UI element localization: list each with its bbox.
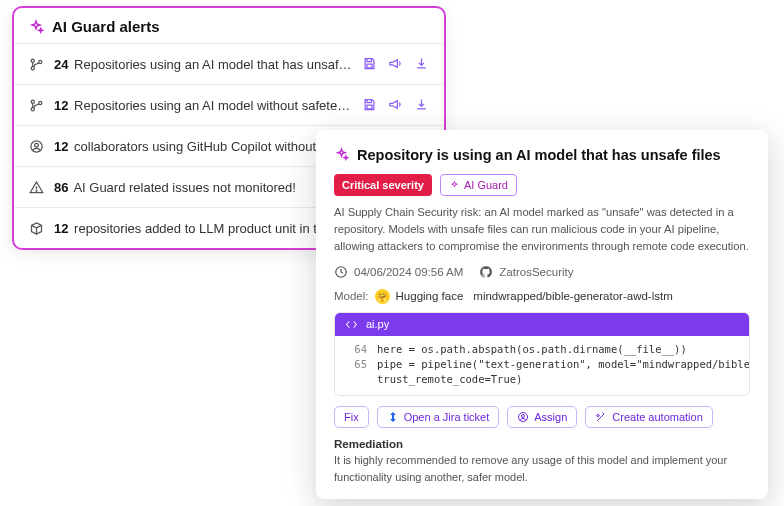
model-id: mindwrapped/bible-generator-awd-lstm bbox=[473, 290, 672, 302]
save-icon[interactable] bbox=[362, 56, 378, 72]
announce-icon[interactable] bbox=[388, 97, 404, 113]
branch-icon bbox=[28, 97, 44, 113]
model-row: Model: 🤗 Hugging face mindwrapped/bible-… bbox=[334, 289, 750, 304]
model-provider: Hugging face bbox=[396, 290, 464, 302]
detail-meta: 04/06/2024 09:56 AM ZatrosSecurity bbox=[334, 265, 750, 279]
person-icon bbox=[28, 138, 44, 154]
download-icon[interactable] bbox=[414, 56, 430, 72]
alert-row-unsafe-files[interactable]: 24 Repositories using an AI model that h… bbox=[14, 43, 444, 84]
fix-button[interactable]: Fix bbox=[334, 406, 369, 428]
svg-point-10 bbox=[36, 190, 37, 191]
warning-icon bbox=[28, 179, 44, 195]
svg-rect-3 bbox=[367, 64, 372, 68]
wand-icon bbox=[595, 411, 607, 423]
branch-icon bbox=[28, 56, 44, 72]
huggingface-icon: 🤗 bbox=[375, 289, 390, 304]
timestamp: 04/06/2024 09:56 AM bbox=[354, 266, 463, 278]
alert-row-no-safetensors[interactable]: 12 Repositories using an AI model withou… bbox=[14, 84, 444, 125]
svg-point-0 bbox=[31, 59, 34, 62]
jira-icon bbox=[387, 411, 399, 423]
remediation-heading: Remediation bbox=[334, 438, 750, 450]
sparkle-icon bbox=[449, 180, 460, 191]
action-row: Fix Open a Jira ticket Assign Create aut… bbox=[334, 406, 750, 428]
svg-point-5 bbox=[31, 107, 34, 110]
code-header: ai.py bbox=[335, 313, 749, 336]
assign-button[interactable]: Assign bbox=[507, 406, 577, 428]
code-body: 64here = os.path.abspath(os.path.dirname… bbox=[335, 336, 749, 396]
svg-point-1 bbox=[31, 66, 34, 69]
severity-badge: Critical severity bbox=[334, 174, 432, 196]
person-icon bbox=[517, 411, 529, 423]
download-icon[interactable] bbox=[414, 97, 430, 113]
package-icon bbox=[28, 220, 44, 236]
svg-point-2 bbox=[38, 60, 41, 63]
code-icon bbox=[345, 318, 358, 331]
alert-detail-card: Repository is using an AI model that has… bbox=[316, 130, 768, 499]
alerts-header: AI Guard alerts bbox=[14, 8, 444, 43]
remediation-body: It is highly recommended to remove any u… bbox=[334, 452, 750, 485]
alert-text: 12 Repositories using an AI model withou… bbox=[54, 98, 352, 113]
alerts-title: AI Guard alerts bbox=[52, 18, 160, 35]
open-jira-button[interactable]: Open a Jira ticket bbox=[377, 406, 500, 428]
org-name: ZatrosSecurity bbox=[499, 266, 573, 278]
detail-title: Repository is using an AI model that has… bbox=[357, 146, 721, 164]
code-filename: ai.py bbox=[366, 318, 389, 330]
save-icon[interactable] bbox=[362, 97, 378, 113]
svg-rect-7 bbox=[367, 105, 372, 109]
github-icon bbox=[479, 265, 493, 279]
svg-point-4 bbox=[31, 100, 34, 103]
svg-point-6 bbox=[38, 101, 41, 104]
sparkle-icon bbox=[28, 19, 44, 35]
code-snippet: ai.py 64here = os.path.abspath(os.path.d… bbox=[334, 312, 750, 397]
detail-description: AI Supply Chain Security risk: an AI mod… bbox=[334, 204, 750, 254]
clock-icon bbox=[334, 265, 348, 279]
sparkle-icon bbox=[334, 147, 349, 162]
svg-point-13 bbox=[522, 415, 525, 418]
create-automation-button[interactable]: Create automation bbox=[585, 406, 713, 428]
alert-text: 24 Repositories using an AI model that h… bbox=[54, 57, 352, 72]
ai-guard-badge: AI Guard bbox=[440, 174, 517, 196]
announce-icon[interactable] bbox=[388, 56, 404, 72]
svg-point-9 bbox=[34, 143, 38, 147]
